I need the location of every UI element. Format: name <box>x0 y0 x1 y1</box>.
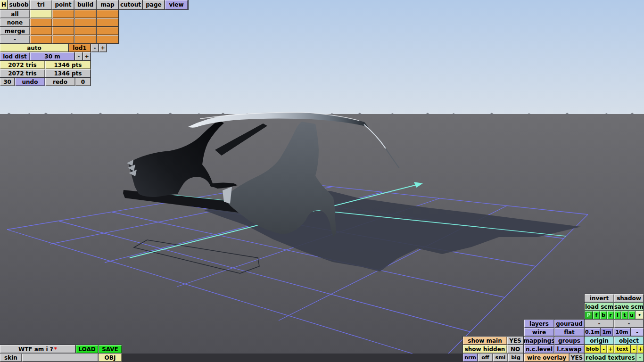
subob-cell[interactable] <box>52 35 74 43</box>
subob-cell[interactable] <box>30 18 52 26</box>
undo-button[interactable]: undo <box>15 78 45 86</box>
modified-flag: * <box>54 346 57 353</box>
gouraud-button[interactable]: gouraud <box>554 320 584 328</box>
channel-p-button[interactable]: P <box>585 311 593 319</box>
sml-button[interactable]: sml <box>493 354 508 362</box>
channel-r-button[interactable]: r <box>607 311 614 319</box>
tab-tri[interactable]: tri <box>30 0 52 9</box>
show-main-button[interactable]: show main <box>463 337 507 345</box>
lod-dist-minus-button[interactable]: - <box>75 52 83 60</box>
subob-cell[interactable] <box>97 27 118 35</box>
grid-size-01m-button[interactable]: 0.1m <box>585 328 600 336</box>
groups-button[interactable]: groups <box>554 337 584 345</box>
pts-count-active: 1346 pts <box>45 61 91 69</box>
merge-button[interactable]: merge <box>0 27 30 35</box>
show-main-state[interactable]: YES <box>507 337 523 345</box>
obj-button[interactable]: OBJ <box>99 354 122 362</box>
blob-minus-button[interactable]: - <box>601 345 607 353</box>
skin-button[interactable]: skin <box>0 354 22 362</box>
subob-cell[interactable] <box>74 35 96 43</box>
load-scm-button[interactable]: load scm <box>585 303 614 311</box>
subob-cell[interactable] <box>97 10 118 18</box>
flat-button[interactable]: flat <box>554 328 584 336</box>
redo-button[interactable]: redo <box>45 78 75 86</box>
display-dash-button[interactable]: - <box>614 320 644 328</box>
subob-cell[interactable] <box>74 18 96 26</box>
tris-count-active: 2072 tris <box>0 61 45 69</box>
reload-minus-button[interactable]: - <box>636 354 644 362</box>
subob-cell[interactable] <box>52 18 74 26</box>
grid-size-minus-button[interactable]: - <box>631 328 644 336</box>
lod1-button[interactable]: lod1 <box>69 44 91 52</box>
grid-size-10m-button[interactable]: 10m <box>613 328 630 336</box>
blob-button[interactable]: blob <box>585 345 600 353</box>
channel-u-button[interactable]: u <box>628 311 635 319</box>
auto-button[interactable]: auto <box>0 44 68 52</box>
tab-cutout[interactable]: cutout <box>119 0 142 9</box>
tab-page[interactable]: page <box>143 0 165 9</box>
tab-point[interactable]: point <box>52 0 74 9</box>
origin-button[interactable]: origin <box>585 337 614 345</box>
subob-cell[interactable] <box>30 35 52 43</box>
subob-cell[interactable] <box>97 35 118 43</box>
channel-t-button[interactable]: t <box>621 311 628 319</box>
load-button[interactable]: LOAD <box>76 345 98 353</box>
model-name: WTF am i ? <box>18 346 53 353</box>
grid-size-1m-button[interactable]: 1m <box>601 328 613 336</box>
invert-button[interactable]: invert <box>585 294 614 302</box>
off-button[interactable]: off <box>478 354 493 362</box>
object-button[interactable]: object <box>614 337 644 345</box>
tab-subob[interactable]: subob <box>8 0 30 9</box>
tab-build[interactable]: build <box>74 0 96 9</box>
grid-dash-button[interactable]: - <box>0 35 30 43</box>
tab-map[interactable]: map <box>97 0 118 9</box>
lod-plus-button[interactable]: + <box>99 44 107 52</box>
channel-b-button[interactable]: b <box>600 311 607 319</box>
app-window: H subob tri point build map cutout page … <box>0 0 644 362</box>
save-button[interactable]: SAVE <box>99 345 122 353</box>
save-scm-button[interactable]: save scm <box>614 303 644 311</box>
tab-view[interactable]: view <box>165 0 188 9</box>
display-dash-button[interactable]: - <box>585 320 614 328</box>
lr-swap-button[interactable]: l.r.swap <box>554 345 584 353</box>
model-name-field[interactable]: WTF am i ?* <box>0 345 75 353</box>
lod-dist-label: lod dist <box>0 52 30 60</box>
redo-count: 0 <box>75 78 91 86</box>
text-minus-button[interactable]: - <box>631 345 637 353</box>
bottom-strip <box>122 354 462 362</box>
skin-name-field[interactable] <box>22 354 98 362</box>
select-all-button[interactable]: all <box>0 10 30 18</box>
lod-dist-plus-button[interactable]: + <box>83 52 91 60</box>
wire-overlay-state[interactable]: YES <box>570 354 584 362</box>
channel-f-button[interactable]: f <box>593 311 600 319</box>
channel-l-button[interactable]: l <box>614 311 621 319</box>
subob-cell[interactable] <box>52 10 74 18</box>
mappings-button[interactable]: mappings <box>524 337 554 345</box>
wire-button[interactable]: wire <box>524 328 554 336</box>
text-button[interactable]: text <box>614 345 630 353</box>
channel-dot-button[interactable]: • <box>636 311 644 319</box>
tab-h[interactable]: H <box>0 0 8 9</box>
show-hidden-state[interactable]: NO <box>507 345 523 353</box>
shadow-button[interactable]: shadow <box>614 294 644 302</box>
lod-minus-button[interactable]: - <box>91 44 99 52</box>
text-plus-button[interactable]: + <box>637 345 644 353</box>
select-none-button[interactable]: none <box>0 18 30 26</box>
subob-cell[interactable] <box>52 27 74 35</box>
layers-button[interactable]: layers <box>524 320 554 328</box>
viewport-3d[interactable] <box>0 0 644 362</box>
lod-dist-value[interactable]: 30 m <box>30 52 74 60</box>
reload-textures-button[interactable]: reload textures <box>585 354 636 362</box>
subob-cell[interactable] <box>30 27 52 35</box>
blob-plus-button[interactable]: + <box>607 345 614 353</box>
show-hidden-button[interactable]: show hidden <box>463 345 507 353</box>
subob-cell[interactable] <box>30 10 52 18</box>
pts-count-total: 1346 pts <box>45 69 91 77</box>
subob-cell[interactable] <box>97 18 118 26</box>
wire-overlay-button[interactable]: wire overlay <box>524 354 569 362</box>
big-button[interactable]: big <box>508 354 523 362</box>
subob-cell[interactable] <box>74 10 96 18</box>
subob-cell[interactable] <box>74 27 96 35</box>
nc-level-button[interactable]: n.c.level <box>524 345 554 353</box>
nrm-button[interactable]: nrm <box>463 354 478 362</box>
